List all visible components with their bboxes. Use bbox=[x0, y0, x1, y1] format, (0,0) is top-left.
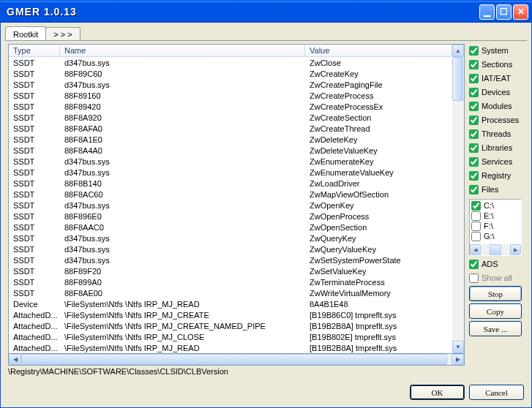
minimize-button[interactable]: ▁ bbox=[479, 4, 495, 20]
check-showall[interactable]: Show all bbox=[469, 272, 524, 284]
table-row[interactable]: SSDT88F8AFA0ZwCreateThread bbox=[9, 123, 452, 134]
check-iateat[interactable]: IAT/EAT bbox=[469, 72, 524, 84]
table-row[interactable]: SSDT88F8AC60ZwMapViewOfSection bbox=[9, 189, 452, 200]
check-modules-label: Modules bbox=[482, 102, 512, 110]
check-devices[interactable]: Devices bbox=[469, 86, 524, 98]
check-threads-box[interactable] bbox=[469, 129, 479, 139]
table-row[interactable]: AttachedD...\FileSystem\Ntfs \Ntfs IRP_M… bbox=[9, 320, 452, 331]
check-registry-box[interactable] bbox=[469, 171, 479, 181]
check-files-box[interactable] bbox=[469, 185, 479, 194]
table-row[interactable]: AttachedD...\FileSystem\Ntfs \Ntfs IRP_M… bbox=[9, 331, 452, 342]
drive-c-box[interactable] bbox=[471, 201, 481, 211]
check-system[interactable]: System bbox=[469, 45, 524, 56]
table-row[interactable]: Device\FileSystem\Ntfs \Ntfs IRP_MJ_READ… bbox=[9, 298, 452, 309]
table-row[interactable]: AttachedD...\FileSystem\Ntfs \Ntfs IRP_M… bbox=[9, 309, 452, 320]
scroll-up-icon[interactable]: ▲ bbox=[452, 45, 464, 57]
cell-value: [B19B802E] tmpreflt.sys bbox=[305, 331, 452, 342]
table-row[interactable]: AttachedD...\FileSystem\Ntfs \Ntfs IRP_M… bbox=[9, 342, 452, 353]
table-row[interactable]: SSDT88F89160ZwCreateProcess bbox=[9, 90, 452, 101]
check-ads[interactable]: ADS bbox=[469, 258, 524, 270]
scroll-right-icon[interactable]: ▶ bbox=[452, 354, 464, 365]
drive-hscroll[interactable]: ◀▶ bbox=[470, 244, 521, 255]
check-services[interactable]: Services bbox=[469, 156, 524, 167]
column-name[interactable]: Name bbox=[60, 45, 305, 56]
cell-type: Device bbox=[9, 298, 60, 309]
cell-name: 88F899A0 bbox=[60, 276, 305, 287]
table-row[interactable]: SSDT88F896E0ZwOpenProcess bbox=[9, 211, 452, 222]
maximize-button[interactable]: ☐ bbox=[496, 4, 512, 20]
table-row[interactable]: SSDT88F89420ZwCreateProcessEx bbox=[9, 101, 452, 112]
column-type[interactable]: Type bbox=[9, 45, 60, 56]
cell-type: SSDT bbox=[9, 68, 60, 79]
check-sections-box[interactable] bbox=[469, 60, 479, 69]
horizontal-scrollbar[interactable]: ◀ ▶ bbox=[8, 354, 465, 366]
drive-c[interactable]: C:\ bbox=[471, 200, 520, 211]
table-row[interactable]: SSDT88F899A0ZwTerminateProcess bbox=[9, 276, 452, 287]
check-modules[interactable]: Modules bbox=[469, 100, 524, 112]
cancel-button[interactable]: Cancel bbox=[469, 385, 524, 400]
table-row[interactable]: SSDTd347bus.sysZwSetSystemPowerState bbox=[9, 254, 452, 265]
column-value[interactable]: Value bbox=[305, 45, 452, 56]
table-row[interactable]: SSDTd347bus.sysZwQueryValueKey bbox=[9, 243, 452, 254]
drive-g-box[interactable] bbox=[471, 232, 481, 241]
drive-f[interactable]: F:\ bbox=[471, 221, 520, 231]
table-row[interactable]: SSDTd347bus.sysZwQueryKey bbox=[9, 233, 452, 243]
hscroll-thumb[interactable] bbox=[21, 354, 447, 365]
table-row[interactable]: SSDTd347bus.sysZwOpenKey bbox=[9, 200, 452, 211]
save-button[interactable]: Save ... bbox=[469, 321, 522, 336]
check-libraries[interactable]: Libraries bbox=[469, 142, 524, 154]
drive-e[interactable]: E:\ bbox=[471, 211, 520, 221]
table-row[interactable]: SSDT88F8A1E0ZwDeleteKey bbox=[9, 134, 452, 145]
vscroll-thumb[interactable] bbox=[452, 57, 463, 101]
drive-g[interactable]: G:\ bbox=[471, 231, 520, 241]
check-showall-box[interactable] bbox=[469, 273, 479, 283]
table-row[interactable]: SSDTd347bus.sysZwEnumerateKey bbox=[9, 156, 452, 167]
check-libraries-box[interactable] bbox=[469, 143, 479, 153]
stop-button[interactable]: Stop bbox=[469, 286, 522, 301]
scroll-left-icon[interactable]: ◀ bbox=[9, 354, 21, 365]
table-row[interactable]: SSDT88F89F20ZwSetValueKey bbox=[9, 265, 452, 276]
cell-type: SSDT bbox=[9, 79, 60, 90]
check-registry[interactable]: Registry bbox=[469, 170, 524, 181]
table-row[interactable]: SSDT88F8AAC0ZwOpenSection bbox=[9, 222, 452, 233]
tab-more[interactable]: > > > bbox=[45, 27, 80, 40]
check-ads-box[interactable] bbox=[469, 260, 479, 269]
drive-e-box[interactable] bbox=[471, 211, 481, 221]
close-button[interactable]: ✕ bbox=[513, 4, 528, 20]
cell-value: ZwDeleteKey bbox=[305, 134, 452, 145]
table-row[interactable]: SSDT88F89C60ZwCreateKey bbox=[9, 68, 452, 79]
check-iateat-label: IAT/EAT bbox=[482, 74, 511, 83]
check-devices-box[interactable] bbox=[469, 88, 479, 97]
scroll-down-icon[interactable]: ▼ bbox=[452, 341, 464, 353]
check-system-box[interactable] bbox=[469, 46, 479, 56]
check-processes-box[interactable] bbox=[469, 116, 479, 125]
check-modules-box[interactable] bbox=[469, 102, 479, 111]
tab-rootkit[interactable]: Rootkit bbox=[5, 26, 46, 40]
check-iateat-box[interactable] bbox=[469, 74, 479, 83]
table-row[interactable]: SSDT88F8B140ZwLoadDriver bbox=[9, 178, 452, 189]
scroll-left-icon[interactable]: ◀ bbox=[470, 244, 481, 255]
check-services-box[interactable] bbox=[469, 157, 479, 167]
table-row[interactable]: SSDTd347bus.sysZwCreatePagingFile bbox=[9, 79, 452, 90]
ok-button[interactable]: OK bbox=[410, 385, 465, 400]
table-row[interactable]: SSDT88F8A920ZwCreateSection bbox=[9, 112, 452, 123]
vertical-scrollbar[interactable]: ▲ ▼ bbox=[452, 44, 465, 354]
check-sections[interactable]: Sections bbox=[469, 58, 524, 70]
check-processes[interactable]: Processes bbox=[469, 114, 524, 126]
copy-button[interactable]: Copy bbox=[469, 303, 522, 319]
cell-type: SSDT bbox=[9, 90, 60, 101]
table-row[interactable]: SSDTd347bus.sysZwClose bbox=[9, 57, 452, 68]
drive-list[interactable]: C:\E:\F:\G:\◀▶ bbox=[469, 199, 522, 256]
column-header[interactable]: Type Name Value bbox=[9, 45, 452, 57]
check-threads[interactable]: Threads bbox=[469, 128, 524, 140]
table-row[interactable]: SSDT88F8AE00ZwWriteVirtualMemory bbox=[9, 287, 452, 298]
drive-g-label: G:\ bbox=[484, 232, 495, 241]
table-row[interactable]: SSDTd347bus.sysZwEnumerateValueKey bbox=[9, 167, 452, 178]
drive-thumb[interactable] bbox=[490, 244, 501, 255]
titlebar[interactable]: GMER 1.0.13 ▁ ☐ ✕ bbox=[1, 1, 531, 23]
check-files[interactable]: Files bbox=[469, 184, 524, 195]
results-list[interactable]: Type Name Value SSDTd347bus.sysZwCloseSS… bbox=[8, 44, 452, 354]
scroll-right-icon[interactable]: ▶ bbox=[510, 244, 521, 255]
table-row[interactable]: SSDT88F8A4A0ZwDeleteValueKey bbox=[9, 145, 452, 156]
drive-f-box[interactable] bbox=[471, 222, 481, 231]
